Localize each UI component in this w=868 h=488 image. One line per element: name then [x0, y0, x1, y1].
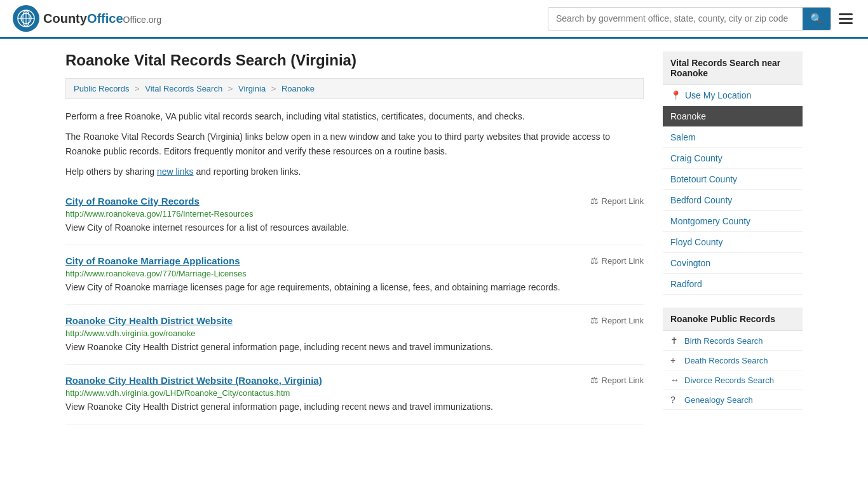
result-desc-0: View City of Roanoke internet resources …	[65, 221, 644, 234]
nearby-section: Vital Records Search near Roanoke 📍 Use …	[663, 51, 803, 295]
search-area: 🔍	[548, 7, 855, 30]
breadcrumb-virginia[interactable]: Virginia	[238, 84, 266, 93]
pr-icon-2: ↔	[670, 375, 679, 385]
new-links-link[interactable]: new links	[157, 166, 194, 177]
desc3-pre: Help others by sharing	[65, 166, 157, 177]
menu-button[interactable]	[836, 11, 855, 27]
result-url-0[interactable]: http://www.roanokeva.gov/1176/Internet-R…	[65, 209, 644, 219]
report-label-3: Report Link	[602, 376, 644, 385]
search-button[interactable]: 🔍	[803, 8, 831, 30]
result-title-3[interactable]: Roanoke City Health District Website (Ro…	[65, 375, 322, 386]
breadcrumb-roanoke[interactable]: Roanoke	[281, 84, 315, 93]
result-title-2[interactable]: Roanoke City Health District Website	[65, 315, 233, 326]
result-url-3[interactable]: http://www.vdh.virginia.gov/LHD/Roanoke_…	[65, 388, 644, 398]
result-item-2: Roanoke City Health District Website ⚖ R…	[65, 305, 644, 365]
pr-link-2[interactable]: Divorce Records Search	[684, 376, 774, 385]
results-list: City of Roanoke City Records ⚖ Report Li…	[65, 186, 644, 424]
desc3-post: and reporting broken links.	[194, 166, 301, 177]
search-icon: 🔍	[810, 13, 823, 24]
public-record-item-1[interactable]: + Death Records Search	[663, 351, 803, 370]
public-records-list: ✝ Birth Records Search + Death Records S…	[663, 331, 803, 410]
pr-icon-0: ✝	[670, 336, 679, 346]
page-title: Roanoke Vital Records Search (Virginia)	[65, 51, 644, 69]
use-location-link[interactable]: Use My Location	[685, 90, 751, 100]
pr-icon-1: +	[670, 355, 679, 365]
report-link-2[interactable]: ⚖ Report Link	[590, 315, 644, 325]
header: CountyOfficeOffice.org 🔍	[0, 0, 868, 39]
public-record-item-3[interactable]: ? Genealogy Search	[663, 390, 803, 410]
public-record-item-0[interactable]: ✝ Birth Records Search	[663, 331, 803, 351]
nearby-label-0: Roanoke	[670, 111, 706, 121]
result-item-3: Roanoke City Health District Website (Ro…	[65, 365, 644, 424]
public-records-header: Roanoke Public Records	[663, 308, 803, 331]
result-header-2: Roanoke City Health District Website ⚖ R…	[65, 315, 644, 326]
breadcrumb-sep-3: >	[271, 84, 276, 93]
nearby-location-4[interactable]: Bedford County	[663, 190, 803, 211]
nearby-location-3[interactable]: Botetourt County	[663, 169, 803, 190]
nearby-link-7[interactable]: Covington	[670, 258, 710, 268]
nearby-location-8[interactable]: Radford	[663, 274, 803, 295]
nearby-header: Vital Records Search near Roanoke	[663, 51, 803, 85]
breadcrumb-sep-1: >	[135, 84, 140, 93]
report-label-1: Report Link	[602, 256, 644, 266]
result-header-3: Roanoke City Health District Website (Ro…	[65, 375, 644, 386]
report-label-2: Report Link	[602, 316, 644, 325]
report-link-0[interactable]: ⚖ Report Link	[590, 196, 644, 206]
report-icon-1: ⚖	[590, 255, 599, 266]
breadcrumb-vital-records[interactable]: Vital Records Search	[145, 84, 222, 93]
pr-link-1[interactable]: Death Records Search	[684, 356, 768, 365]
nearby-list: RoanokeSalemCraig CountyBotetourt County…	[663, 106, 803, 295]
report-icon-0: ⚖	[590, 196, 599, 206]
logo-area: CountyOfficeOffice.org	[13, 5, 161, 32]
result-header-1: City of Roanoke Marriage Applications ⚖ …	[65, 255, 644, 266]
result-url-2[interactable]: http://www.vdh.virginia.gov/roanoke	[65, 329, 644, 338]
nearby-link-4[interactable]: Bedford County	[670, 195, 732, 205]
result-desc-2: View Roanoke City Health District genera…	[65, 341, 644, 354]
nearby-location-2[interactable]: Craig County	[663, 148, 803, 169]
nearby-location-6[interactable]: Floyd County	[663, 232, 803, 253]
pr-icon-3: ?	[670, 395, 679, 405]
nearby-link-8[interactable]: Radford	[670, 279, 702, 289]
result-url-1[interactable]: http://www.roanokeva.gov/770/Marriage-Li…	[65, 269, 644, 278]
nearby-location-7[interactable]: Covington	[663, 253, 803, 274]
pr-link-0[interactable]: Birth Records Search	[684, 336, 763, 346]
result-item-0: City of Roanoke City Records ⚖ Report Li…	[65, 186, 644, 245]
result-desc-1: View City of Roanoke marriage licenses p…	[65, 281, 644, 294]
report-label-0: Report Link	[602, 196, 644, 206]
nearby-link-2[interactable]: Craig County	[670, 153, 722, 163]
logo-county: County	[43, 11, 87, 25]
nearby-link-1[interactable]: Salem	[670, 132, 696, 142]
report-link-3[interactable]: ⚖ Report Link	[590, 375, 644, 385]
logo-org: Office.org	[123, 15, 161, 25]
public-record-item-2[interactable]: ↔ Divorce Records Search	[663, 370, 803, 390]
main-container: Roanoke Vital Records Search (Virginia) …	[53, 39, 815, 437]
report-icon-2: ⚖	[590, 315, 599, 325]
breadcrumb-public-records[interactable]: Public Records	[74, 84, 129, 93]
description-1: Perform a free Roanoke, VA public vital …	[65, 109, 644, 123]
result-desc-3: View Roanoke City Health District genera…	[65, 400, 644, 414]
nearby-location-0[interactable]: Roanoke	[663, 106, 803, 127]
logo-icon	[13, 5, 39, 32]
nearby-location-1[interactable]: Salem	[663, 127, 803, 148]
content-area: Roanoke Vital Records Search (Virginia) …	[65, 51, 644, 424]
nearby-link-6[interactable]: Floyd County	[670, 237, 722, 247]
use-location-item[interactable]: 📍 Use My Location	[663, 85, 803, 106]
location-pin-icon: 📍	[670, 90, 681, 100]
pr-link-3[interactable]: Genealogy Search	[684, 395, 753, 405]
description-3: Help others by sharing new links and rep…	[65, 165, 644, 179]
logo-text: CountyOfficeOffice.org	[43, 11, 161, 26]
breadcrumb: Public Records > Vital Records Search > …	[65, 78, 644, 99]
search-box: 🔍	[548, 7, 831, 30]
nearby-link-5[interactable]: Montgomery County	[670, 216, 750, 226]
result-header-0: City of Roanoke City Records ⚖ Report Li…	[65, 196, 644, 207]
nearby-link-3[interactable]: Botetourt County	[670, 174, 737, 184]
report-link-1[interactable]: ⚖ Report Link	[590, 255, 644, 266]
public-records-section: Roanoke Public Records ✝ Birth Records S…	[663, 308, 803, 410]
result-title-0[interactable]: City of Roanoke City Records	[65, 196, 200, 207]
result-item-1: City of Roanoke Marriage Applications ⚖ …	[65, 245, 644, 305]
result-title-1[interactable]: City of Roanoke Marriage Applications	[65, 255, 240, 266]
logo-office: Office	[87, 11, 123, 25]
search-input[interactable]	[548, 8, 803, 29]
nearby-location-5[interactable]: Montgomery County	[663, 211, 803, 232]
breadcrumb-sep-2: >	[228, 84, 233, 93]
